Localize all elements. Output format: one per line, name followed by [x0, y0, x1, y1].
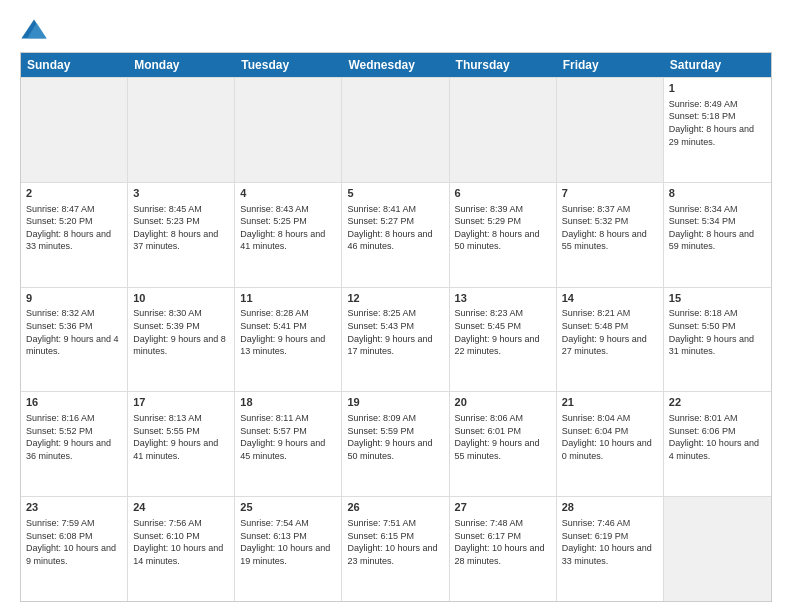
- cell-text: Daylight: 8 hours and 46 minutes.: [347, 228, 443, 253]
- day-number: 15: [669, 291, 766, 306]
- day-number: 27: [455, 500, 551, 515]
- cal-cell: [557, 78, 664, 182]
- cell-text: Daylight: 8 hours and 33 minutes.: [26, 228, 122, 253]
- cell-text: Sunset: 5:59 PM: [347, 425, 443, 438]
- cell-text: Daylight: 9 hours and 8 minutes.: [133, 333, 229, 358]
- day-number: 18: [240, 395, 336, 410]
- cell-text: Sunset: 5:34 PM: [669, 215, 766, 228]
- day-number: 17: [133, 395, 229, 410]
- cell-text: Sunset: 5:29 PM: [455, 215, 551, 228]
- cal-cell: 19Sunrise: 8:09 AMSunset: 5:59 PMDayligh…: [342, 392, 449, 496]
- day-number: 8: [669, 186, 766, 201]
- cell-text: Daylight: 9 hours and 36 minutes.: [26, 437, 122, 462]
- cell-text: Sunset: 5:52 PM: [26, 425, 122, 438]
- day-number: 25: [240, 500, 336, 515]
- cell-text: Daylight: 8 hours and 59 minutes.: [669, 228, 766, 253]
- cell-text: Daylight: 10 hours and 28 minutes.: [455, 542, 551, 567]
- cell-text: Sunset: 6:15 PM: [347, 530, 443, 543]
- cal-cell: 8Sunrise: 8:34 AMSunset: 5:34 PMDaylight…: [664, 183, 771, 287]
- cell-text: Sunrise: 7:48 AM: [455, 517, 551, 530]
- cal-cell: 28Sunrise: 7:46 AMSunset: 6:19 PMDayligh…: [557, 497, 664, 601]
- cell-text: Daylight: 10 hours and 4 minutes.: [669, 437, 766, 462]
- cell-text: Sunrise: 8:06 AM: [455, 412, 551, 425]
- cell-text: Daylight: 10 hours and 33 minutes.: [562, 542, 658, 567]
- day-number: 28: [562, 500, 658, 515]
- cal-cell: 11Sunrise: 8:28 AMSunset: 5:41 PMDayligh…: [235, 288, 342, 392]
- cal-cell: 27Sunrise: 7:48 AMSunset: 6:17 PMDayligh…: [450, 497, 557, 601]
- page: SundayMondayTuesdayWednesdayThursdayFrid…: [0, 0, 792, 612]
- logo: [20, 16, 52, 44]
- cell-text: Sunset: 5:36 PM: [26, 320, 122, 333]
- cal-cell: [235, 78, 342, 182]
- cal-cell: 2Sunrise: 8:47 AMSunset: 5:20 PMDaylight…: [21, 183, 128, 287]
- cal-cell: 13Sunrise: 8:23 AMSunset: 5:45 PMDayligh…: [450, 288, 557, 392]
- cell-text: Sunset: 6:08 PM: [26, 530, 122, 543]
- day-number: 6: [455, 186, 551, 201]
- cal-cell: 4Sunrise: 8:43 AMSunset: 5:25 PMDaylight…: [235, 183, 342, 287]
- cell-text: Daylight: 9 hours and 27 minutes.: [562, 333, 658, 358]
- cell-text: Sunset: 6:19 PM: [562, 530, 658, 543]
- day-number: 16: [26, 395, 122, 410]
- cal-cell: 16Sunrise: 8:16 AMSunset: 5:52 PMDayligh…: [21, 392, 128, 496]
- cell-text: Sunset: 5:20 PM: [26, 215, 122, 228]
- cell-text: Sunset: 5:48 PM: [562, 320, 658, 333]
- cell-text: Sunrise: 8:21 AM: [562, 307, 658, 320]
- cell-text: Sunset: 5:23 PM: [133, 215, 229, 228]
- cell-text: Sunset: 6:10 PM: [133, 530, 229, 543]
- cell-text: Sunset: 5:32 PM: [562, 215, 658, 228]
- cal-cell: 10Sunrise: 8:30 AMSunset: 5:39 PMDayligh…: [128, 288, 235, 392]
- day-number: 9: [26, 291, 122, 306]
- cell-text: Daylight: 8 hours and 50 minutes.: [455, 228, 551, 253]
- cal-header-day: Sunday: [21, 53, 128, 77]
- cell-text: Sunrise: 8:34 AM: [669, 203, 766, 216]
- cal-cell: 3Sunrise: 8:45 AMSunset: 5:23 PMDaylight…: [128, 183, 235, 287]
- day-number: 14: [562, 291, 658, 306]
- cell-text: Sunrise: 8:39 AM: [455, 203, 551, 216]
- cell-text: Sunrise: 7:59 AM: [26, 517, 122, 530]
- cell-text: Daylight: 10 hours and 14 minutes.: [133, 542, 229, 567]
- cell-text: Sunset: 5:27 PM: [347, 215, 443, 228]
- day-number: 2: [26, 186, 122, 201]
- cell-text: Sunrise: 8:28 AM: [240, 307, 336, 320]
- cell-text: Daylight: 8 hours and 37 minutes.: [133, 228, 229, 253]
- cell-text: Sunrise: 8:25 AM: [347, 307, 443, 320]
- cal-header-day: Monday: [128, 53, 235, 77]
- cal-cell: 6Sunrise: 8:39 AMSunset: 5:29 PMDaylight…: [450, 183, 557, 287]
- cell-text: Sunrise: 8:01 AM: [669, 412, 766, 425]
- calendar-body: 1Sunrise: 8:49 AMSunset: 5:18 PMDaylight…: [21, 77, 771, 601]
- cal-week: 16Sunrise: 8:16 AMSunset: 5:52 PMDayligh…: [21, 391, 771, 496]
- cal-header-day: Tuesday: [235, 53, 342, 77]
- cal-cell: 15Sunrise: 8:18 AMSunset: 5:50 PMDayligh…: [664, 288, 771, 392]
- cal-cell: 25Sunrise: 7:54 AMSunset: 6:13 PMDayligh…: [235, 497, 342, 601]
- cell-text: Daylight: 9 hours and 22 minutes.: [455, 333, 551, 358]
- day-number: 1: [669, 81, 766, 96]
- day-number: 3: [133, 186, 229, 201]
- cal-week: 9Sunrise: 8:32 AMSunset: 5:36 PMDaylight…: [21, 287, 771, 392]
- cell-text: Sunrise: 8:04 AM: [562, 412, 658, 425]
- cal-cell: [342, 78, 449, 182]
- cell-text: Sunrise: 8:09 AM: [347, 412, 443, 425]
- cell-text: Sunset: 5:45 PM: [455, 320, 551, 333]
- day-number: 4: [240, 186, 336, 201]
- cell-text: Sunrise: 8:23 AM: [455, 307, 551, 320]
- cell-text: Sunset: 5:57 PM: [240, 425, 336, 438]
- cell-text: Sunset: 5:41 PM: [240, 320, 336, 333]
- cell-text: Sunrise: 8:45 AM: [133, 203, 229, 216]
- day-number: 11: [240, 291, 336, 306]
- day-number: 5: [347, 186, 443, 201]
- cal-cell: 7Sunrise: 8:37 AMSunset: 5:32 PMDaylight…: [557, 183, 664, 287]
- day-number: 10: [133, 291, 229, 306]
- cell-text: Sunset: 5:18 PM: [669, 110, 766, 123]
- cal-cell: 14Sunrise: 8:21 AMSunset: 5:48 PMDayligh…: [557, 288, 664, 392]
- cell-text: Sunset: 5:55 PM: [133, 425, 229, 438]
- cell-text: Sunrise: 7:51 AM: [347, 517, 443, 530]
- cal-cell: 21Sunrise: 8:04 AMSunset: 6:04 PMDayligh…: [557, 392, 664, 496]
- cell-text: Sunrise: 7:54 AM: [240, 517, 336, 530]
- cal-cell: 22Sunrise: 8:01 AMSunset: 6:06 PMDayligh…: [664, 392, 771, 496]
- logo-icon: [20, 16, 48, 44]
- cell-text: Sunrise: 8:47 AM: [26, 203, 122, 216]
- cal-cell: [450, 78, 557, 182]
- cell-text: Sunset: 6:06 PM: [669, 425, 766, 438]
- cell-text: Daylight: 9 hours and 17 minutes.: [347, 333, 443, 358]
- day-number: 19: [347, 395, 443, 410]
